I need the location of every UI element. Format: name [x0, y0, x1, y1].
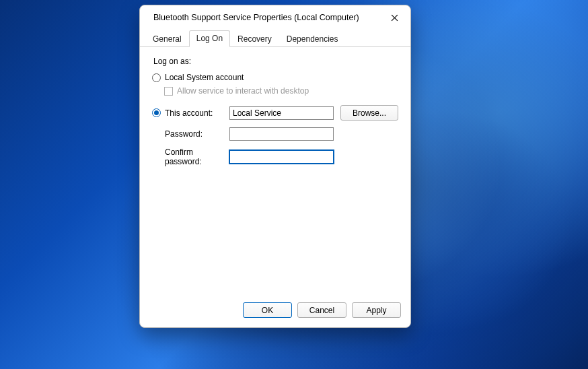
- tab-logon[interactable]: Log On: [189, 30, 230, 47]
- tab-dependencies[interactable]: Dependencies: [279, 31, 346, 47]
- dialog-title: Bluetooth Support Service Properties (Lo…: [153, 13, 383, 22]
- tab-content: Log on as: Local System account Allow se…: [140, 47, 410, 296]
- tab-strip: General Log On Recovery Dependencies: [140, 30, 410, 47]
- tab-recovery[interactable]: Recovery: [230, 31, 279, 47]
- local-system-radio[interactable]: [152, 73, 161, 82]
- cancel-button[interactable]: Cancel: [297, 302, 346, 318]
- local-system-row: Local System account: [152, 73, 398, 82]
- logon-as-label: Log on as:: [153, 57, 398, 66]
- tab-general[interactable]: General: [145, 31, 189, 47]
- titlebar: Bluetooth Support Service Properties (Lo…: [140, 5, 410, 30]
- interact-label: Allow service to interact with desktop: [177, 86, 309, 96]
- account-form: This account: Browse... Password: Confir…: [152, 105, 398, 166]
- password-label: Password:: [152, 129, 223, 139]
- local-system-label: Local System account: [165, 73, 244, 82]
- this-account-radio[interactable]: [152, 108, 161, 117]
- interact-checkbox[interactable]: [164, 87, 173, 96]
- dialog-footer: OK Cancel Apply: [140, 296, 410, 327]
- close-button[interactable]: [383, 8, 405, 27]
- close-icon: [391, 14, 398, 22]
- this-account-row: This account:: [152, 108, 223, 118]
- service-properties-dialog: Bluetooth Support Service Properties (Lo…: [139, 5, 411, 328]
- apply-button[interactable]: Apply: [352, 302, 401, 318]
- confirm-password-input[interactable]: [229, 150, 334, 164]
- interact-row: Allow service to interact with desktop: [164, 86, 398, 96]
- this-account-label: This account:: [165, 108, 213, 118]
- ok-button[interactable]: OK: [243, 302, 292, 318]
- password-input[interactable]: [229, 127, 334, 141]
- account-input[interactable]: [229, 106, 334, 120]
- browse-button[interactable]: Browse...: [340, 105, 398, 121]
- confirm-password-label: Confirm password:: [152, 147, 223, 166]
